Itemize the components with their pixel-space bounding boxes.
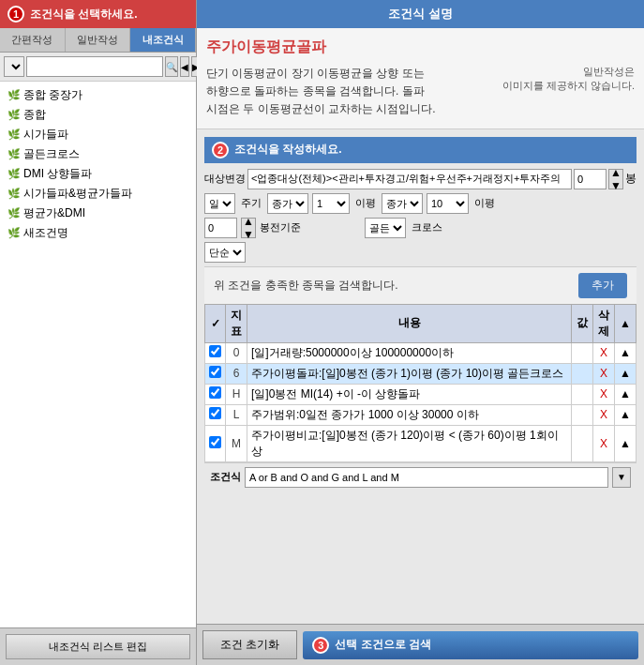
left-header: 1 조건식을 선택하세요. bbox=[0, 0, 196, 28]
row-idx-6: 6 bbox=[226, 363, 247, 384]
table-row: 6 주가이평돌파:[일]0봉전 (종가 1)이평 (종가 10)이평 골든크로스… bbox=[205, 363, 637, 384]
row-content-h[interactable]: [일]0봉전 MI(14) +이 -이 상향돌파 bbox=[247, 384, 572, 404]
target-row: 대상변경 ▲▼ 봉 bbox=[204, 169, 637, 189]
col-del: 삭제 bbox=[593, 304, 615, 342]
period-select[interactable]: 일주월 bbox=[204, 193, 235, 214]
cross-label: 크로스 bbox=[410, 220, 444, 234]
tree-icon: 🌿 bbox=[7, 227, 21, 239]
tree-item[interactable]: 🌿 시가들파 bbox=[4, 125, 192, 144]
form-header-title: 조건식을 작성하세요. bbox=[234, 142, 342, 158]
num1-select[interactable]: 151020 bbox=[312, 193, 350, 214]
row-content-6[interactable]: 주가이평돌파:[일]0봉전 (종가 1)이평 (종가 10)이평 골든크로스 bbox=[247, 363, 572, 384]
add-button[interactable]: 추가 bbox=[578, 273, 627, 298]
base-num-input[interactable] bbox=[204, 218, 237, 238]
form-section: 2 조건식을 작성하세요. 대상변경 ▲▼ 봉 일주월 주기 bbox=[197, 129, 644, 624]
tree-list: 🌿 종합 중장가 🌿 종합 🌿 시가들파 🌿 골든크로스 🌿 DMI 상향들파 … bbox=[0, 82, 196, 627]
tree-item-label: 평균가&DMI bbox=[23, 205, 85, 221]
row-del-0[interactable]: X bbox=[593, 342, 615, 363]
target-input[interactable] bbox=[247, 169, 572, 189]
tree-item-label: 시가들파 bbox=[23, 127, 68, 143]
form-header: 2 조건식을 작성하세요. bbox=[204, 137, 637, 163]
cond-expr-dropdown[interactable]: ▼ bbox=[612, 467, 631, 488]
row-val-h bbox=[572, 384, 593, 404]
base-row: ▲▼ 봉전기준 골든데드 크로스 bbox=[204, 218, 637, 238]
tab-general[interactable]: 일반작성 bbox=[66, 28, 131, 52]
search-category-select[interactable] bbox=[4, 56, 24, 77]
search-exec-button[interactable]: 3 선택 조건으로 검색 bbox=[303, 631, 638, 659]
row-checkbox-h[interactable] bbox=[209, 386, 221, 399]
row-checkbox-l[interactable] bbox=[209, 407, 221, 419]
search-input[interactable] bbox=[26, 56, 163, 77]
row-checkbox-0[interactable] bbox=[209, 345, 221, 357]
row-idx-l: L bbox=[226, 404, 247, 425]
condition-expr-row: 조건식 ▼ bbox=[204, 462, 637, 491]
search-button[interactable]: 🔍 bbox=[165, 56, 178, 77]
target-label: 대상변경 bbox=[204, 172, 246, 186]
row-del-6[interactable]: X bbox=[593, 363, 615, 384]
tree-item-label: 종합 bbox=[23, 107, 46, 123]
row-del-m[interactable]: X bbox=[593, 425, 615, 461]
row-arr-m[interactable]: ▲ bbox=[615, 425, 637, 461]
tree-icon: 🌿 bbox=[7, 168, 21, 180]
tree-item[interactable]: 🌿 DMI 상향들파 bbox=[4, 164, 192, 184]
cycle-label: 주기 bbox=[239, 196, 263, 210]
target-suffix: 봉 bbox=[625, 171, 637, 187]
cond-expr-label: 조건식 bbox=[210, 470, 241, 484]
table-row: M 주가이평비교:[일]0봉전 (종가 120)이평 < (종가 60)이평 1… bbox=[205, 425, 637, 461]
tree-item-label: DMI 상향들파 bbox=[23, 166, 92, 182]
row-del-l[interactable]: X bbox=[593, 404, 615, 425]
prev-button[interactable]: ◀ bbox=[180, 56, 189, 77]
col-content: 내용 bbox=[247, 304, 572, 342]
ma-label1: 이평 bbox=[353, 196, 378, 210]
tab-bar: 간편작성 일반작성 내조건식 bbox=[0, 28, 196, 53]
row-arr-6[interactable]: ▲ bbox=[615, 363, 637, 384]
num2-select[interactable]: 1052060 bbox=[427, 193, 469, 214]
tree-item[interactable]: 🌿 골든크로스 bbox=[4, 144, 192, 164]
tree-item-label: 종합 중장가 bbox=[23, 87, 82, 103]
left-header-title: 조건식을 선택하세요. bbox=[30, 7, 138, 23]
price2-select[interactable]: 종가시가고가저가 bbox=[382, 193, 423, 214]
edit-list-button[interactable]: 내조건식 리스트 편집 bbox=[6, 634, 190, 659]
tree-item-label: 골든크로스 bbox=[23, 146, 80, 162]
tree-item[interactable]: 🌿 종합 중장가 bbox=[4, 85, 192, 105]
tree-item[interactable]: 🌿 시가들파&평균가들파 bbox=[4, 184, 192, 204]
table-row: H [일]0봉전 MI(14) +이 -이 상향돌파 X ▲ bbox=[205, 384, 637, 404]
step3-badge: 3 bbox=[312, 637, 329, 654]
row-arr-0[interactable]: ▲ bbox=[615, 342, 637, 363]
row-idx-h: H bbox=[226, 384, 247, 404]
condition-desc-text: 단기 이동평균이 장기 이동평균을 상향 또는 하향으로 돌파하는 종목을 검색… bbox=[206, 65, 493, 119]
col-val: 값 bbox=[572, 304, 593, 342]
tree-item[interactable]: 🌿 평균가&DMI bbox=[4, 204, 192, 223]
base-spin-button[interactable]: ▲▼ bbox=[241, 218, 256, 238]
tree-icon: 🌿 bbox=[7, 148, 21, 160]
row-arr-h[interactable]: ▲ bbox=[615, 384, 637, 404]
row-del-h[interactable]: X bbox=[593, 384, 615, 404]
tab-simple[interactable]: 간편작성 bbox=[0, 28, 66, 52]
tree-item[interactable]: 🌿 새조건명 bbox=[4, 223, 192, 243]
row-arr-l[interactable]: ▲ bbox=[615, 404, 637, 425]
ma-type-select[interactable]: 단순가중지수 bbox=[204, 242, 246, 263]
row-content-l[interactable]: 주가범위:0일전 종가가 1000 이상 30000 이하 bbox=[247, 404, 572, 425]
row-checkbox-6[interactable] bbox=[209, 366, 221, 378]
row-content-0[interactable]: [일]거래량:5000000이상 100000000이하 bbox=[247, 342, 572, 363]
bottom-bar: 조건 초기화 3 선택 조건으로 검색 bbox=[197, 624, 644, 665]
step1-badge: 1 bbox=[7, 6, 24, 23]
target-num-input[interactable] bbox=[574, 169, 607, 189]
tree-item-label: 시가들파&평균가들파 bbox=[23, 186, 132, 202]
step2-badge: 2 bbox=[212, 142, 229, 159]
cond-expr-input[interactable] bbox=[245, 467, 608, 488]
row-val-6 bbox=[572, 363, 593, 384]
cross-type-select[interactable]: 골든데드 bbox=[365, 218, 406, 238]
target-spin-button[interactable]: ▲▼ bbox=[608, 169, 623, 189]
tree-icon: 🌿 bbox=[7, 109, 21, 121]
row-content-m[interactable]: 주가이평비교:[일]0봉전 (종가 120)이평 < (종가 60)이평 1회이… bbox=[247, 425, 572, 461]
tree-icon: 🌿 bbox=[7, 207, 21, 219]
search-exec-label: 선택 조건으로 검색 bbox=[335, 637, 431, 653]
row-checkbox-m[interactable] bbox=[209, 436, 221, 448]
tree-item[interactable]: 🌿 종합 bbox=[4, 105, 192, 125]
reset-button[interactable]: 조건 초기화 bbox=[202, 630, 297, 659]
tab-my-conditions[interactable]: 내조건식 bbox=[130, 28, 196, 52]
table-row: L 주가범위:0일전 종가가 1000 이상 30000 이하 X ▲ bbox=[205, 404, 637, 425]
tree-icon: 🌿 bbox=[7, 128, 21, 141]
price1-select[interactable]: 종가시가고가저가 bbox=[267, 193, 308, 214]
